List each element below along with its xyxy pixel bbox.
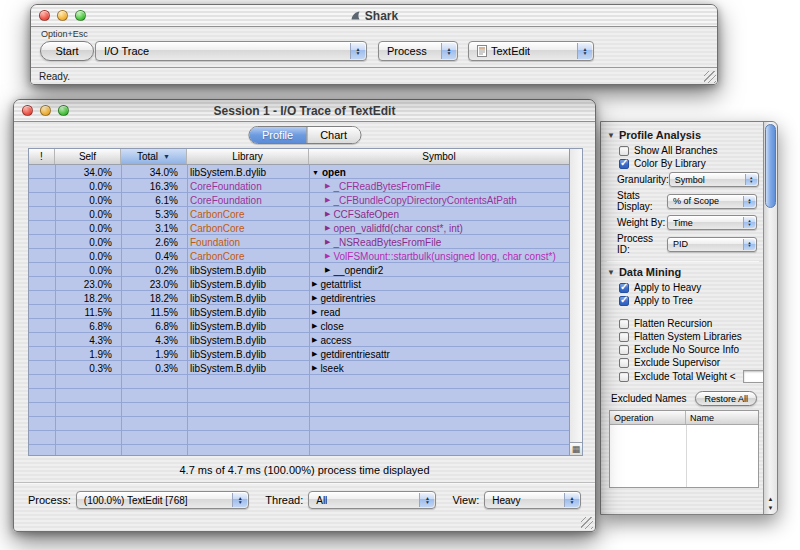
table-row[interactable]: 0.0%3.1%CarbonCore▶open_validfd(char con… (29, 221, 569, 235)
session-resize-grip[interactable] (581, 517, 593, 529)
grid-view-button[interactable]: ▦ (570, 442, 582, 455)
column-header-exclamation[interactable]: ! (29, 149, 55, 164)
excluded-names-table[interactable]: Operation Name (609, 410, 759, 488)
table-row[interactable]: 0.0%2.6%Foundation▶_NSReadBytesFromFile (29, 235, 569, 249)
drawer-popup[interactable]: Time▲▼ (667, 215, 757, 230)
checkbox[interactable] (619, 296, 629, 306)
popup-row: Weight By:Time▲▼ (617, 215, 757, 230)
column-header-name[interactable]: Name (686, 411, 758, 424)
disclosure-closed-icon[interactable]: ▶ (312, 364, 317, 372)
table-row[interactable]: 0.0%16.3%CoreFoundation▶_CFReadBytesFrom… (29, 179, 569, 193)
table-row[interactable]: 18.2%18.2%libSystem.B.dylib▶getdirentrie… (29, 291, 569, 305)
target-type-popup[interactable]: Process ▲▼ (378, 41, 458, 61)
target-process-popup[interactable]: TextEdit ▲▼ (468, 41, 594, 61)
drawer-scrollbar[interactable]: ▲ ▼ (763, 122, 777, 514)
checkbox-row: Exclude Supervisor (619, 357, 759, 368)
close-button[interactable] (39, 10, 50, 21)
scroll-up-button[interactable]: ▲ (768, 496, 774, 502)
excluded-names-row: Excluded Names Restore All (611, 391, 757, 406)
disclosure-closed-icon[interactable]: ▶ (312, 294, 317, 302)
scroll-down-button[interactable]: ▼ (768, 505, 774, 511)
checkbox[interactable] (619, 319, 629, 329)
profile-analysis-header[interactable]: ▼ Profile Analysis (607, 129, 759, 141)
disclosure-closed-icon[interactable]: ▶ (325, 210, 330, 218)
analysis-popups: Granularity:Symbol▲▼Stats Display:% of S… (607, 172, 759, 255)
disclosure-closed-icon[interactable]: ▶ (325, 252, 330, 260)
checkbox[interactable] (619, 345, 629, 355)
window-title: Session 1 - I/O Trace of TextEdit (214, 104, 396, 118)
close-button[interactable] (22, 105, 33, 116)
disclosure-closed-icon[interactable]: ▶ (325, 266, 330, 274)
view-popup[interactable]: Heavy ▲▼ (484, 491, 581, 509)
checkbox-row: Color By Library (619, 158, 759, 169)
session-titlebar[interactable]: Session 1 - I/O Trace of TextEdit (14, 100, 595, 122)
data-mining-header[interactable]: ▼ Data Mining (607, 266, 759, 278)
table-row[interactable]: 0.0%0.4%CarbonCore▶VolFSMount::startbulk… (29, 249, 569, 263)
popup-arrows-icon: ▲▼ (743, 196, 755, 207)
disclosure-closed-icon[interactable]: ▶ (312, 280, 317, 288)
disclosure-closed-icon[interactable]: ▶ (312, 336, 317, 344)
table-row[interactable]: 0.0%6.1%CoreFoundation▶_CFBundleCopyDire… (29, 193, 569, 207)
shark-title-area: Shark (350, 9, 398, 23)
checkbox[interactable] (619, 358, 629, 368)
table-row[interactable]: 0.0%5.3%CarbonCore▶CCFSafeOpen (29, 207, 569, 221)
popup-arrows-icon: ▲▼ (564, 493, 579, 507)
column-header-library[interactable]: Library (187, 149, 309, 164)
column-header-self[interactable]: Self (55, 149, 121, 164)
table-row[interactable]: 0.0%0.2%libSystem.B.dylib▶__opendir2 (29, 263, 569, 277)
disclosure-closed-icon[interactable]: ▶ (325, 238, 330, 246)
disclosure-closed-icon[interactable]: ▶ (325, 196, 330, 204)
scrollbar-thumb[interactable] (765, 124, 776, 208)
resize-grip[interactable] (704, 71, 716, 83)
profile-table: ! Self Total ▼ Library Symbol (28, 148, 583, 456)
disclosure-open-icon[interactable]: ▼ (607, 131, 615, 140)
process-popup[interactable]: (100.0%) TextEdit [768] ▲▼ (76, 491, 250, 509)
minimize-button[interactable] (57, 10, 68, 21)
disclosure-closed-icon[interactable]: ▶ (312, 308, 317, 316)
table-scrollbar-gutter[interactable]: ▦ (569, 149, 582, 455)
disclosure-closed-icon[interactable]: ▶ (312, 350, 317, 358)
desktop: Shark Option+Esc Start I/O Trace ▲▼ Proc… (0, 0, 800, 550)
column-header-total[interactable]: Total ▼ (121, 149, 187, 164)
table-row[interactable]: 0.3%0.3%libSystem.B.dylib▶lseek (29, 361, 569, 375)
checkbox-row: Flatten System Libraries (619, 331, 759, 342)
table-row[interactable]: 34.0%34.0%libSystem.B.dylib▼open (29, 165, 569, 179)
checkbox[interactable] (619, 283, 629, 293)
table-row[interactable]: 6.8%6.8%libSystem.B.dylib▶close (29, 319, 569, 333)
checkbox[interactable] (619, 372, 629, 382)
table-row[interactable]: 4.3%4.3%libSystem.B.dylib▶access (29, 333, 569, 347)
restore-all-button[interactable]: Restore All (695, 391, 757, 406)
minimize-button[interactable] (40, 105, 51, 116)
checkbox[interactable] (619, 159, 629, 169)
thread-popup[interactable]: All ▲▼ (308, 491, 436, 509)
table-row[interactable]: 23.0%23.0%libSystem.B.dylib▶getattrlist (29, 277, 569, 291)
popup-row: Stats Display:% of Scope▲▼ (617, 190, 757, 212)
config-popup[interactable]: I/O Trace ▲▼ (95, 41, 367, 61)
disclosure-open-icon[interactable]: ▼ (312, 169, 319, 176)
session-title-area: Session 1 - I/O Trace of TextEdit (214, 104, 396, 118)
disclosure-open-icon[interactable]: ▼ (607, 268, 615, 277)
drawer-popup[interactable]: % of Scope▲▼ (667, 194, 757, 209)
drawer-popup[interactable]: Symbol▲▼ (669, 172, 759, 187)
zoom-button[interactable] (75, 10, 86, 21)
disclosure-closed-icon[interactable]: ▶ (325, 224, 330, 232)
disclosure-closed-icon[interactable]: ▶ (312, 322, 317, 330)
tab-profile[interactable]: Profile (249, 127, 306, 143)
popup-arrows-icon: ▲▼ (743, 239, 755, 250)
zoom-button[interactable] (58, 105, 69, 116)
table-row[interactable]: 1.9%1.9%libSystem.B.dylib▶getdirentriesa… (29, 347, 569, 361)
checkbox[interactable] (619, 146, 629, 156)
process-label: Process: (28, 494, 71, 506)
total-weight-field[interactable] (743, 370, 763, 383)
start-button[interactable]: Start (40, 41, 94, 61)
checkbox[interactable] (619, 332, 629, 342)
drawer-popup[interactable]: PID▲▼ (667, 237, 757, 252)
column-header-symbol[interactable]: Symbol (309, 149, 569, 164)
column-header-operation[interactable]: Operation (610, 411, 686, 424)
disclosure-closed-icon[interactable]: ▶ (325, 182, 330, 190)
textedit-icon (477, 45, 487, 57)
shark-titlebar[interactable]: Shark (31, 5, 717, 27)
tab-chart[interactable]: Chart (306, 127, 360, 143)
table-row[interactable]: 11.5%11.5%libSystem.B.dylib▶read (29, 305, 569, 319)
shark-app-icon (350, 10, 361, 21)
